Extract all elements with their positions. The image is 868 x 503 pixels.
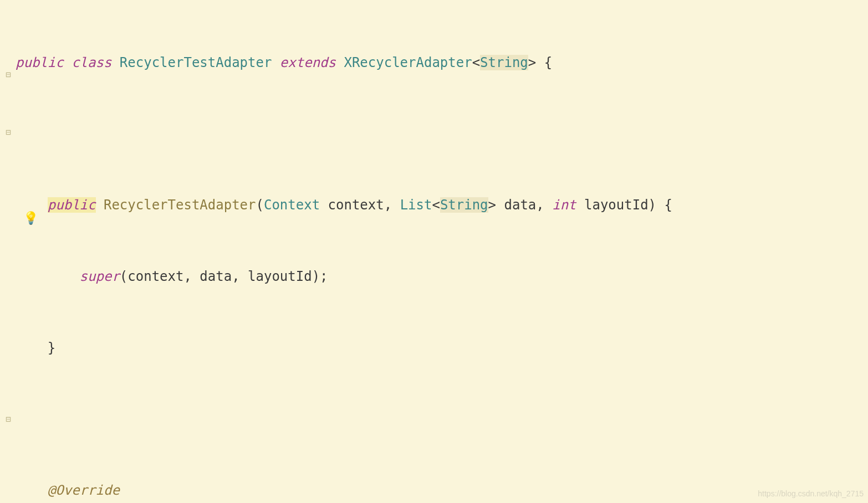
super-class: XRecyclerAdapter xyxy=(344,55,472,70)
constructor-name: RecyclerTestAdapter xyxy=(104,197,256,213)
keyword-public: public xyxy=(48,197,96,213)
code-line[interactable]: super(context, data, layoutId); xyxy=(16,262,868,291)
code-line[interactable] xyxy=(16,120,868,148)
code-line[interactable]: public RecyclerTestAdapter(Context conte… xyxy=(16,191,868,219)
watermark-text: https://blog.csdn.net/kqh_2715 xyxy=(758,487,864,500)
arg: layoutId xyxy=(248,269,312,284)
code-line[interactable]: } xyxy=(16,333,868,362)
code-line[interactable]: @Override xyxy=(16,476,868,503)
keyword-super: super xyxy=(80,269,120,284)
code-line[interactable]: public class RecyclerTestAdapter extends… xyxy=(16,48,868,77)
annotation-override: @Override xyxy=(48,483,120,498)
keyword-class: class xyxy=(72,55,111,70)
keyword-public: public xyxy=(16,55,64,70)
param-name: layoutId xyxy=(584,197,649,213)
keyword-int: int xyxy=(552,197,576,213)
fold-end-icon[interactable]: ⊟ xyxy=(6,412,11,427)
fold-end-icon[interactable]: ⊟ xyxy=(6,125,11,140)
param-name: data xyxy=(504,197,536,213)
code-editor[interactable]: public class RecyclerTestAdapter extends… xyxy=(16,6,868,503)
class-name: RecyclerTestAdapter xyxy=(120,55,272,70)
arg: context xyxy=(127,269,183,284)
param-name: context xyxy=(328,197,384,213)
generic-type: String xyxy=(440,197,488,213)
code-line[interactable] xyxy=(16,405,868,434)
keyword-extends: extends xyxy=(280,55,336,70)
generic-type: String xyxy=(480,55,528,70)
arg: data xyxy=(200,269,232,284)
fold-collapse-icon[interactable]: ⊟ xyxy=(6,68,11,82)
param-type: Context xyxy=(264,197,320,213)
param-type: List xyxy=(400,197,432,213)
